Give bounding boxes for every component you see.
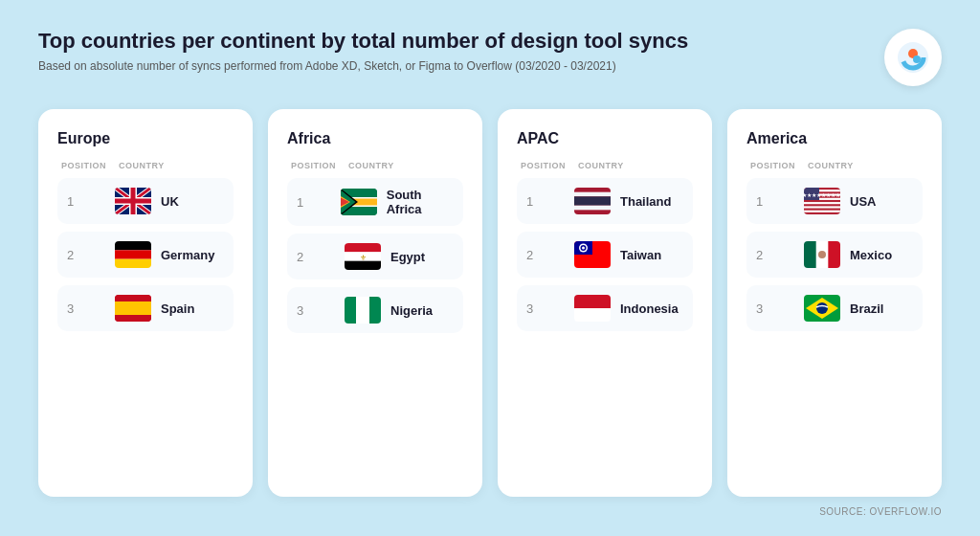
table-row: 2 Germany (57, 232, 234, 278)
row-position: 2 (756, 248, 804, 262)
country-name: Taiwan (620, 248, 661, 262)
flag-germany (115, 241, 151, 268)
page-title: Top countries per continent by total num… (38, 29, 688, 54)
table-header: POSITION COUNTRY (57, 161, 234, 170)
table-row: 2 ⚜ Egypt (287, 234, 463, 279)
col-position-label: POSITION (521, 161, 578, 170)
svg-rect-21 (345, 243, 381, 252)
svg-point-54 (816, 302, 828, 314)
flag-egypt: ⚜ (345, 243, 381, 270)
col-country-label: COUNTRY (119, 161, 165, 170)
card-title-europe: Europe (57, 130, 234, 147)
country-name: Germany (161, 248, 214, 262)
country-name: Spain (161, 302, 194, 316)
logo-icon (896, 40, 930, 75)
table-row: 1 Thailand (517, 178, 693, 224)
table-row: 2 Mexico (746, 232, 923, 278)
row-position: 1 (756, 194, 804, 209)
svg-point-36 (582, 247, 585, 250)
country-name: Mexico (850, 248, 892, 262)
card-america: America POSITION COUNTRY 1 ★★★★★★★★★★★★★… (727, 109, 942, 497)
country-name: UK (161, 194, 179, 209)
card-europe: Europe POSITION COUNTRY 1 UK2 Germany3 S… (38, 109, 253, 497)
table-header: POSITION COUNTRY (746, 161, 923, 170)
card-africa: Africa POSITION COUNTRY 1 South Africa2 … (268, 109, 482, 497)
table-header: POSITION COUNTRY (287, 161, 463, 170)
row-position: 2 (297, 250, 345, 264)
svg-rect-30 (574, 196, 611, 205)
col-position-label: POSITION (291, 161, 348, 170)
cards-container: Europe POSITION COUNTRY 1 UK2 Germany3 S… (38, 109, 942, 497)
table-header: POSITION COUNTRY (517, 161, 693, 170)
svg-rect-27 (369, 297, 381, 324)
svg-text:★★★★★★★★★★★★★★★★★★★★★★★★★★★★★★: ★★★★★★★★★★★★★★★★★★★★★★★★★★★★★★★★★★★★★★★★… (804, 192, 840, 198)
country-name: Indonesia (620, 302, 679, 316)
svg-rect-7 (115, 259, 151, 268)
col-country-label: COUNTRY (348, 161, 394, 170)
country-name: Brazil (850, 302, 883, 316)
col-position-label: POSITION (750, 161, 808, 170)
table-row: 1 ★★★★★★★★★★★★★★★★★★★★★★★★★★★★★★★★★★★★★★… (746, 178, 923, 224)
row-position: 3 (67, 302, 115, 316)
svg-rect-45 (804, 211, 840, 212)
svg-rect-49 (804, 241, 816, 268)
svg-rect-38 (574, 308, 611, 322)
svg-point-51 (818, 251, 826, 258)
country-name: Nigeria (390, 303, 433, 318)
flag-indonesia (574, 295, 611, 322)
svg-rect-23 (345, 261, 381, 270)
page-subtitle: Based on absolute number of syncs perfor… (38, 59, 688, 73)
table-row: 2 Taiwan (517, 232, 693, 278)
table-row: 3 Indonesia (517, 285, 693, 331)
footer: SOURCE: OVERFLOW.IO (38, 506, 942, 517)
country-name: Thailand (620, 194, 671, 209)
country-name: South Africa (387, 188, 454, 216)
row-position: 1 (526, 194, 574, 209)
table-row: 3 Nigeria (287, 287, 463, 333)
flag-south-africa (341, 189, 377, 215)
country-name: USA (850, 194, 876, 209)
svg-rect-6 (115, 250, 151, 258)
table-row: 3 Spain (57, 285, 234, 331)
svg-rect-50 (828, 241, 840, 268)
svg-rect-44 (804, 206, 840, 208)
card-title-apac: APAC (517, 130, 693, 147)
svg-rect-10 (115, 295, 151, 300)
card-apac: APAC POSITION COUNTRY 1 Thailand2 Taiwan… (498, 109, 712, 497)
row-position: 1 (67, 194, 115, 209)
table-row: 3 Brazil (746, 285, 923, 331)
svg-rect-9 (115, 302, 151, 315)
flag-brazil (804, 295, 840, 322)
flag-mexico (804, 241, 840, 268)
row-position: 2 (67, 248, 115, 262)
svg-rect-11 (115, 317, 151, 322)
row-position: 3 (297, 303, 345, 318)
page-header: Top countries per continent by total num… (38, 29, 942, 86)
flag-taiwan (574, 241, 611, 268)
svg-point-3 (913, 56, 921, 63)
row-position: 2 (526, 248, 574, 262)
svg-rect-31 (574, 206, 611, 211)
col-position-label: POSITION (61, 161, 119, 170)
country-name: Egypt (390, 250, 425, 264)
svg-rect-5 (115, 241, 151, 250)
flag-spain (115, 295, 151, 322)
flag-thailand (574, 188, 611, 214)
header-text: Top countries per continent by total num… (38, 29, 688, 73)
col-country-label: COUNTRY (578, 161, 624, 170)
svg-rect-37 (574, 295, 611, 308)
row-position: 3 (756, 302, 804, 316)
flag-nigeria (345, 297, 381, 324)
card-title-africa: Africa (287, 130, 463, 147)
row-position: 3 (526, 302, 574, 316)
row-position: 1 (297, 195, 341, 210)
svg-rect-43 (804, 202, 840, 204)
col-country-label: COUNTRY (808, 161, 854, 170)
logo (884, 29, 942, 86)
svg-rect-26 (345, 297, 356, 324)
flag-uk (115, 188, 151, 214)
table-row: 1 UK (57, 178, 234, 224)
flag-usa: ★★★★★★★★★★★★★★★★★★★★★★★★★★★★★★★★★★★★★★★★… (804, 188, 840, 214)
svg-rect-29 (574, 192, 611, 197)
svg-text:⚜: ⚜ (360, 254, 367, 262)
